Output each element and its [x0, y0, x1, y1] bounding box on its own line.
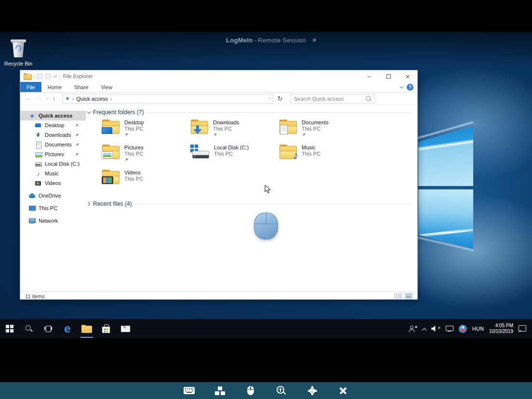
- refresh-icon[interactable]: ↻: [275, 95, 285, 102]
- sidebar-item-label: Local Disk (C:): [45, 161, 80, 167]
- address-dropdown-chevron-icon[interactable]: [268, 96, 271, 100]
- tile-location: This PC: [214, 151, 249, 157]
- quick-access-star-icon: ★: [65, 95, 70, 102]
- tile-pictures[interactable]: Pictures This PC: [102, 145, 190, 170]
- sidebar-item-quick-access[interactable]: ★ Quick access: [20, 111, 86, 120]
- pin-icon: [124, 158, 129, 162]
- frequent-folders-header[interactable]: Frequent folders (7): [86, 109, 411, 116]
- search-input[interactable]: [291, 96, 365, 102]
- logmein-brand: LogMeIn: [226, 37, 253, 44]
- tab-file[interactable]: File: [20, 82, 41, 92]
- address-bar[interactable]: ★ › Quick access ›: [62, 94, 273, 104]
- title-separator: -: [254, 37, 257, 44]
- large-icons-view-icon[interactable]: [405, 293, 412, 299]
- taskbar-search-button[interactable]: [19, 319, 39, 338]
- tile-videos[interactable]: Videos This PC: [102, 170, 190, 195]
- pin-icon: [75, 143, 80, 147]
- qat-properties-icon[interactable]: [37, 74, 42, 79]
- pin-icon: [75, 123, 79, 128]
- clock[interactable]: 4:05 PM 10/10/2019: [489, 323, 513, 334]
- action-center-icon[interactable]: [519, 325, 526, 332]
- task-view-button[interactable]: [39, 319, 58, 338]
- section-label: Frequent folders (7): [93, 109, 144, 116]
- file-explorer-button[interactable]: [77, 319, 96, 338]
- zoom-in-icon: [277, 386, 286, 396]
- search-box[interactable]: [291, 94, 375, 104]
- remote-mouse-button[interactable]: [244, 385, 257, 397]
- show-hidden-icons-chevron-icon[interactable]: [422, 328, 427, 332]
- chevron-down-icon[interactable]: [87, 109, 91, 113]
- search-icon[interactable]: [365, 95, 372, 102]
- sidebar-item-desktop[interactable]: Desktop: [20, 120, 86, 130]
- breadcrumb-separator: ›: [72, 96, 74, 102]
- back-icon[interactable]: ←: [24, 95, 33, 102]
- start-button[interactable]: [0, 319, 19, 338]
- details-view-icon[interactable]: [394, 293, 402, 299]
- desktop[interactable]: Recycle Bin | | File Explorer – × File: [0, 32, 532, 319]
- tile-documents[interactable]: Documents This PC: [279, 120, 368, 145]
- sidebar-item-label: This PC: [39, 205, 57, 211]
- title-bar[interactable]: | | File Explorer – ×: [20, 70, 417, 82]
- tile-music[interactable]: ♪ Music This PC: [279, 145, 368, 170]
- recent-files-header[interactable]: Recent files (4): [86, 200, 411, 207]
- mail-button[interactable]: [116, 319, 135, 338]
- sidebar-item-local-disk[interactable]: Local Disk (C:): [20, 159, 86, 169]
- sidebar-item-onedrive[interactable]: OneDrive: [20, 191, 86, 200]
- videos-folder-icon: [102, 170, 120, 185]
- recent-locations-chevron-icon[interactable]: [45, 96, 49, 100]
- chevron-right-icon[interactable]: [86, 202, 90, 206]
- sidebar-item-this-pc[interactable]: This PC: [20, 203, 86, 213]
- remote-viewer-screen: LogMeIn-Remote Session × Recycle Bin | |…: [0, 0, 532, 399]
- remote-close-button[interactable]: [337, 385, 349, 397]
- sidebar-item-pictures[interactable]: Pictures: [20, 149, 86, 159]
- tab-view[interactable]: View: [94, 82, 119, 92]
- remote-apps-button[interactable]: [213, 385, 226, 397]
- edge-icon: e: [64, 323, 70, 334]
- ribbon-tabs: File Home Share View ?: [20, 82, 417, 93]
- maximize-button[interactable]: [379, 70, 398, 82]
- tile-name: Desktop: [124, 120, 144, 126]
- tile-local-disk[interactable]: Local Disk (C:) This PC: [190, 145, 279, 170]
- sidebar-item-network[interactable]: Network: [20, 216, 86, 226]
- section-label: Recent files (4): [93, 200, 132, 207]
- items-view: Frequent folders (7) Desktop This PC: [86, 105, 417, 292]
- mail-envelope-icon: [121, 326, 130, 332]
- sidebar-item-documents[interactable]: Documents: [20, 140, 86, 149]
- volume-muted-icon[interactable]: [431, 326, 440, 332]
- status-bar: 11 items: [20, 292, 417, 300]
- close-button[interactable]: ×: [398, 70, 417, 82]
- breadcrumb[interactable]: Quick access: [77, 96, 108, 102]
- forward-icon[interactable]: →: [35, 95, 43, 102]
- sidebar-item-videos[interactable]: Videos: [20, 178, 86, 188]
- remote-mouse-overlay-icon[interactable]: [254, 213, 278, 239]
- remote-zoom-button[interactable]: [275, 385, 288, 397]
- keyboard-icon: [184, 387, 195, 394]
- sidebar-item-downloads[interactable]: Downloads: [20, 130, 86, 140]
- frequent-folders-grid: Desktop This PC Downloads This PC: [102, 120, 417, 195]
- logmein-tray-icon[interactable]: [459, 325, 467, 333]
- minimize-button[interactable]: –: [359, 70, 379, 82]
- items-count: 11 items: [25, 293, 45, 299]
- remote-session-close-icon[interactable]: ×: [312, 36, 317, 44]
- breadcrumb-separator[interactable]: ›: [110, 96, 112, 102]
- qat-customize-chevron-icon[interactable]: [53, 74, 57, 77]
- network-tray-icon[interactable]: [446, 326, 453, 332]
- tab-share[interactable]: Share: [68, 82, 94, 92]
- tile-desktop[interactable]: Desktop This PC: [102, 120, 190, 145]
- tab-home[interactable]: Home: [41, 82, 68, 92]
- pin-icon: [75, 152, 79, 157]
- up-icon[interactable]: ↑: [50, 95, 58, 102]
- remote-settings-button[interactable]: [306, 385, 319, 397]
- store-button[interactable]: [96, 319, 116, 338]
- ribbon-collapse-chevron-icon[interactable]: [399, 84, 403, 88]
- picture-icon: [35, 151, 41, 158]
- separator: |: [59, 73, 61, 79]
- qat-newfolder-icon[interactable]: [45, 74, 51, 79]
- edge-button[interactable]: e: [58, 319, 77, 338]
- tile-downloads[interactable]: Downloads This PC: [190, 120, 279, 145]
- people-icon[interactable]: [409, 326, 417, 332]
- help-icon[interactable]: ?: [407, 84, 413, 91]
- language-indicator[interactable]: HUN: [472, 326, 484, 332]
- remote-keyboard-button[interactable]: [183, 385, 195, 397]
- sidebar-item-music[interactable]: ♪ Music: [20, 169, 86, 178]
